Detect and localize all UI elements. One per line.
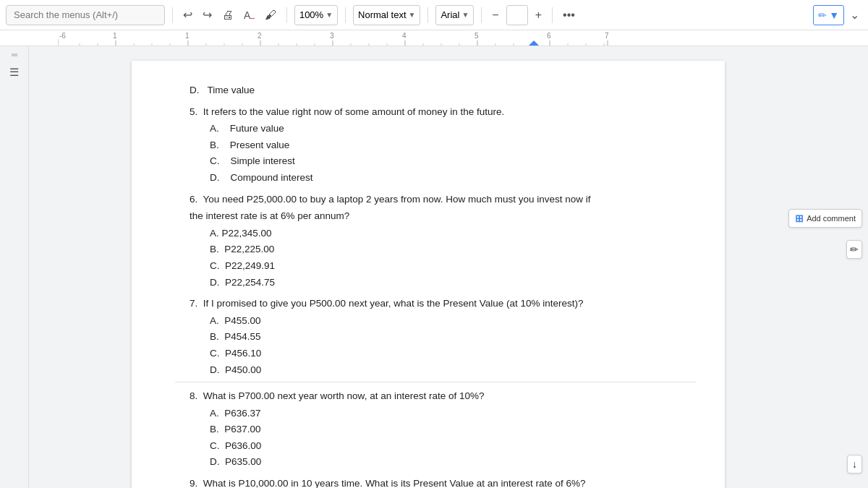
edit-chevron-icon: ▼ bbox=[829, 9, 839, 21]
text-style-chevron-icon: ▼ bbox=[409, 11, 416, 19]
q7-option-a: A. P455.00 bbox=[210, 313, 681, 329]
navigate-down-button[interactable]: ↓ bbox=[847, 455, 862, 474]
q6-option-a: A. P22,345.00 bbox=[210, 226, 681, 241]
question-5-text: 5. It refers to the value right now of s… bbox=[190, 106, 504, 117]
svg-text:5: 5 bbox=[475, 32, 479, 40]
add-comment-button[interactable]: ⊞ Add comment bbox=[788, 209, 862, 228]
toolbar-right-section: ✏ ▼ ⌄ bbox=[813, 5, 862, 25]
undo-button[interactable]: ↩ bbox=[180, 7, 195, 23]
section-divider bbox=[175, 382, 696, 382]
d-answer-text: D. Time value bbox=[190, 85, 255, 95]
question-6-cont: the interest rate is at 6% per annum? bbox=[190, 208, 681, 224]
d-answer-line: D. Time value bbox=[190, 82, 681, 98]
q8c-text: C. P636.00 bbox=[210, 440, 261, 451]
ruler: -6 1 1 2 3 4 5 6 7 bbox=[0, 30, 868, 46]
question-7-text: 7. If I promised to give you P500.00 nex… bbox=[190, 298, 584, 309]
search-input[interactable] bbox=[6, 5, 165, 25]
print-button[interactable]: 🖨 bbox=[219, 7, 237, 23]
main-toolbar: ↩ ↪ 🖨 A_ 🖌 100% ▼ Normal text ▼ Arial ▼ … bbox=[0, 0, 868, 30]
edit-mode-button[interactable]: ✏ ▼ bbox=[813, 5, 844, 25]
toolbar-separator-2 bbox=[286, 7, 287, 23]
question-6-text: 6. You need P25,000.00 to buy a laptop 2… bbox=[190, 194, 591, 205]
q5d-text: D. Compound interest bbox=[210, 172, 313, 183]
question-9: 9. What is P10,000.00 in 10 years time. … bbox=[190, 476, 681, 488]
q8-option-a: A. P636.37 bbox=[210, 406, 681, 421]
svg-text:6: 6 bbox=[547, 32, 551, 40]
list-icon[interactable]: ☰ bbox=[4, 62, 25, 82]
list-symbol: ☰ bbox=[9, 66, 19, 79]
zoom-dropdown[interactable]: 100% ▼ bbox=[294, 5, 338, 25]
font-size-decrease-button[interactable]: − bbox=[489, 7, 501, 23]
q8d-text: D. P635.00 bbox=[210, 456, 261, 467]
toolbar-separator-4 bbox=[427, 7, 428, 23]
paintformat-button[interactable]: 🖌 bbox=[262, 7, 279, 23]
font-dropdown[interactable]: Arial ▼ bbox=[435, 5, 474, 25]
spellcheck-button[interactable]: A_ bbox=[241, 8, 258, 22]
edit-mode-icon-button[interactable]: ✏ bbox=[846, 240, 862, 259]
svg-text:4: 4 bbox=[402, 32, 407, 40]
q7d-text: D. P450.00 bbox=[210, 364, 261, 375]
text-style-dropdown[interactable]: Normal text ▼ bbox=[353, 5, 420, 25]
question-6-cont-text: the interest rate is at 6% per annum? bbox=[190, 210, 349, 221]
question-8-text: 8. What is P700.00 next year worth now, … bbox=[190, 390, 484, 401]
svg-text:1: 1 bbox=[113, 32, 117, 40]
q7-option-d: D. P450.00 bbox=[210, 362, 681, 378]
q7-option-c: C. P456.10 bbox=[210, 346, 681, 361]
document-scroll-area[interactable]: D. Time value 5. It refers to the value … bbox=[29, 46, 827, 488]
question-6: 6. You need P25,000.00 to buy a laptop 2… bbox=[190, 192, 681, 207]
q5-option-b: B. Present value bbox=[210, 137, 681, 153]
svg-text:2: 2 bbox=[258, 32, 262, 40]
right-sidebar: ⊞ Add comment ✏ ↓ bbox=[827, 46, 868, 488]
q8-option-b: B. P637.00 bbox=[210, 421, 681, 437]
toolbar-separator-3 bbox=[345, 7, 346, 23]
q7a-text: A. P455.00 bbox=[210, 315, 261, 326]
main-area: ☰ D. Time value 5. It refers to the valu… bbox=[0, 46, 868, 488]
font-value: Arial bbox=[441, 9, 459, 20]
zoom-value: 100% bbox=[299, 9, 323, 20]
question-8: 8. What is P700.00 next year worth now, … bbox=[190, 388, 681, 404]
add-comment-plus-icon: ⊞ bbox=[795, 213, 804, 224]
svg-marker-16 bbox=[528, 40, 540, 46]
q5b-text: B. Present value bbox=[210, 140, 289, 150]
left-sidebar: ☰ bbox=[0, 46, 29, 488]
q5-option-d: D. Compound interest bbox=[210, 170, 681, 186]
q6-option-c: C. P22,249.91 bbox=[210, 258, 681, 274]
q7c-text: C. P456.10 bbox=[210, 348, 261, 359]
text-style-value: Normal text bbox=[358, 9, 406, 20]
add-comment-label: Add comment bbox=[807, 214, 856, 223]
toolbar-separator-1 bbox=[172, 7, 173, 23]
q8-option-c: C. P636.00 bbox=[210, 438, 681, 454]
q8a-text: A. P636.37 bbox=[210, 408, 261, 419]
q6-option-b: B. P22,225.00 bbox=[210, 241, 681, 257]
question-5: 5. It refers to the value right now of s… bbox=[190, 104, 681, 120]
redo-button[interactable]: ↪ bbox=[200, 7, 215, 23]
q6a-text: A. P22,345.00 bbox=[210, 228, 272, 239]
q5-option-a: A. Future value bbox=[210, 121, 681, 137]
svg-text:3: 3 bbox=[330, 32, 334, 40]
q5c-text: C. Simple interest bbox=[210, 155, 295, 166]
pencil-icon: ✏ bbox=[818, 9, 827, 21]
font-size-input[interactable]: 11 bbox=[506, 5, 528, 25]
svg-text:-6: -6 bbox=[59, 32, 66, 40]
q6d-text: D. P22,254.75 bbox=[210, 277, 275, 288]
font-size-increase-button[interactable]: + bbox=[532, 7, 545, 23]
svg-text:1: 1 bbox=[185, 32, 190, 40]
question-7: 7. If I promised to give you P500.00 nex… bbox=[190, 296, 681, 312]
q7-option-b: B. P454.55 bbox=[210, 329, 681, 345]
more-button[interactable]: ••• bbox=[560, 7, 578, 23]
zoom-chevron-icon: ▼ bbox=[326, 11, 333, 19]
document-page: D. Time value 5. It refers to the value … bbox=[132, 61, 725, 488]
q8b-text: B. P637.00 bbox=[210, 424, 261, 435]
svg-text:7: 7 bbox=[605, 32, 609, 40]
font-chevron-icon: ▼ bbox=[461, 11, 469, 19]
arrow-down-icon: ↓ bbox=[852, 458, 857, 470]
q6-option-d: D. P22,254.75 bbox=[210, 275, 681, 291]
q8-option-d: D. P635.00 bbox=[210, 454, 681, 470]
question-9-text: 9. What is P10,000.00 in 10 years time. … bbox=[190, 478, 586, 488]
q5a-text: A. Future value bbox=[210, 123, 284, 134]
q6c-text: C. P22,249.91 bbox=[210, 260, 275, 271]
q5-option-c: C. Simple interest bbox=[210, 153, 681, 169]
toolbar-separator-6 bbox=[552, 7, 553, 23]
toolbar-separator-5 bbox=[481, 7, 482, 23]
expand-button[interactable]: ⌄ bbox=[847, 7, 862, 23]
